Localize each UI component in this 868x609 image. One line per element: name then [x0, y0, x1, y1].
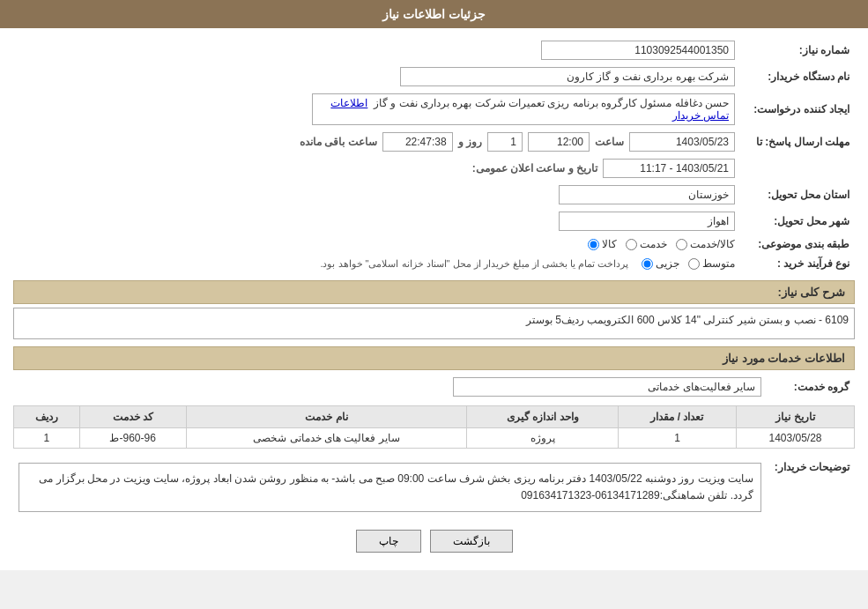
rooz-label: روز و: [458, 136, 482, 148]
tarikhe-rooz: 1: [487, 132, 523, 152]
notes-value: سایت ویزیت روز دوشنبه 1403/05/22 دفتر بر…: [13, 456, 767, 516]
shahr-input: اهواز: [559, 212, 735, 231]
radio-khadamat-label: خدمت: [640, 238, 667, 250]
content-area: شماره نیاز: 1103092544001350 نام دستگاه …: [0, 28, 868, 570]
sharhKolli-display: 6109 - نصب و بستن شیر کنترلی "14 کلاس 60…: [13, 308, 855, 339]
row-tarikheElan: 1403/05/21 - 11:17 تاریخ و ساعت اعلان عم…: [13, 155, 855, 182]
noeFaraind-radio-group: متوسط جزیی: [642, 257, 735, 270]
radio-motaset[interactable]: [688, 258, 700, 270]
info-table: شماره نیاز: 1103092544001350 نام دستگاه …: [13, 37, 855, 273]
table-row: 1403/05/28 1 پروژه سایر فعالیت های خدمات…: [14, 428, 855, 449]
shomareNiaz-label: شماره نیاز:: [740, 37, 855, 63]
khadamat-section-title: اطلاعات خدمات مورد نیاز: [723, 352, 845, 365]
page-header: جزئیات اطلاعات نیاز: [0, 0, 868, 28]
row-namDastgah: نام دستگاه خریدار: شرکت بهره برداری نفت …: [13, 63, 855, 90]
row-ejadKonande: ایجاد کننده درخواست: حسن دغافله مسئول کا…: [13, 90, 855, 129]
noeFaraind-options: متوسط جزیی پرداخت تمام یا بخشی از مبلغ خ…: [13, 254, 740, 273]
radio-kala-khadamat[interactable]: [676, 239, 687, 250]
mohlatErsal-label: مهلت ارسال پاسخ: تا: [740, 129, 855, 155]
responsible-text: حسن دغافله مسئول کارگروه برنامه ریزی تعم…: [374, 97, 729, 109]
groheKhadamat-table: گروه خدمت: سایر فعالیت‌های خدماتی: [13, 374, 855, 400]
notes-box: سایت ویزیت روز دوشنبه 1403/05/22 دفتر بر…: [19, 463, 761, 512]
row-estan: استان محل تحویل: خوزستان: [13, 182, 855, 208]
sharhKolli-section-title: شرح کلی نیاز:: [777, 286, 845, 299]
saat-label: ساعت: [595, 136, 624, 148]
radio-kala[interactable]: [588, 239, 599, 250]
col-kodKhadamat: کد خدمت: [79, 406, 186, 428]
radio-jozi[interactable]: [642, 258, 653, 270]
row-tabaqe: طبقه بندی موضوعی: کالا/خدمت خدمت کالا: [13, 234, 855, 254]
ejadKonande-value: حسن دغافله مسئول کارگروه برنامه ریزی تعم…: [13, 90, 740, 129]
noeFaraind-note: پرداخت تمام یا بخشی از مبلغ خریدار از مح…: [320, 258, 628, 270]
col-vahed: واحد اندازه گیری: [467, 406, 619, 428]
estan-input: خوزستان: [559, 185, 735, 204]
radio-item-khadamat: خدمت: [626, 238, 667, 250]
shahr-value: اهواز: [13, 208, 740, 234]
radio-motaset-label: متوسط: [702, 257, 735, 270]
radio-khadamat[interactable]: [626, 239, 637, 250]
print-button[interactable]: چاپ: [356, 530, 421, 553]
col-namKhadamat: نام خدمت: [186, 406, 467, 428]
cell-namKhadamat: سایر فعالیت های خدماتی شخصی: [186, 428, 467, 449]
row-notes: توضیحات خریدار: سایت ویزیت روز دوشنبه 14…: [13, 456, 855, 516]
tabaqe-label: طبقه بندی موضوعی:: [740, 234, 855, 254]
row-shomareNiaz: شماره نیاز: 1103092544001350: [13, 37, 855, 63]
tarikheElan-row: 1403/05/21 - 11:17 تاریخ و ساعت اعلان عم…: [19, 159, 735, 178]
groheKhadamat-value: سایر فعالیت‌های خدماتی: [13, 374, 767, 400]
sharhKolli-section-header: شرح کلی نیاز:: [13, 280, 855, 304]
row-shahr: شهر محل تحویل: اهواز: [13, 208, 855, 234]
row-mohlatErsal: مهلت ارسال پاسخ: تا 1403/05/23 ساعت 12:0…: [13, 129, 855, 155]
table-header-row: تاریخ نیاز تعداد / مقدار واحد اندازه گیر…: [14, 406, 855, 428]
namDastgah-label: نام دستگاه خریدار:: [740, 63, 855, 90]
ejadKonande-input: حسن دغافله مسئول کارگروه برنامه ریزی تعم…: [312, 93, 735, 125]
tabaqe-radio-group: کالا/خدمت خدمت کالا: [19, 238, 735, 250]
back-button[interactable]: بازگشت: [430, 530, 513, 553]
button-row: بازگشت چاپ: [13, 521, 855, 561]
radio-item-jozi: جزیی: [642, 257, 679, 270]
tabaqe-options: کالا/خدمت خدمت کالا: [13, 234, 740, 254]
tarikheElan-value: 1403/05/21 - 11:17 تاریخ و ساعت اعلان عم…: [13, 155, 740, 182]
col-tarikh: تاریخ نیاز: [736, 406, 854, 428]
cell-tedad: 1: [619, 428, 737, 449]
tarikhe-date: 1403/05/23: [629, 132, 735, 152]
row-noeFaraind: نوع فرآیند خرید : متوسط جزیی: [13, 254, 855, 273]
estan-value: خوزستان: [13, 182, 740, 208]
data-table: تاریخ نیاز تعداد / مقدار واحد اندازه گیر…: [13, 405, 855, 449]
radio-kala-label: کالا: [602, 238, 617, 250]
khadamat-section-header: اطلاعات خدمات مورد نیاز: [13, 346, 855, 370]
shahr-label: شهر محل تحویل:: [740, 208, 855, 234]
tarikhe-saat: 12:00: [528, 132, 590, 152]
cell-tarikh: 1403/05/28: [736, 428, 854, 449]
date-row: 1403/05/23 ساعت 12:00 1 روز و 22:47:38 س…: [19, 132, 735, 152]
row-groheKhadamat: گروه خدمت: سایر فعالیت‌های خدماتی: [13, 374, 855, 400]
cell-radif: 1: [14, 428, 80, 449]
notes-table: توضیحات خریدار: سایت ویزیت روز دوشنبه 14…: [13, 456, 855, 516]
groheKhadamat-input: سایر فعالیت‌های خدماتی: [453, 377, 761, 397]
estan-label: استان محل تحویل:: [740, 182, 855, 208]
ejadKonande-label: ایجاد کننده درخواست:: [740, 90, 855, 129]
page-container: جزئیات اطلاعات نیاز شماره نیاز: 11030925…: [0, 0, 868, 570]
cell-vahed: پروژه: [467, 428, 619, 449]
baqi-label: ساعت باقی مانده: [300, 136, 377, 148]
radio-item-motaset: متوسط: [688, 257, 735, 270]
namDastgah-value: شرکت بهره برداری نفت و گاز کارون: [13, 63, 740, 90]
notes-label: توضیحات خریدار:: [767, 456, 855, 516]
tarikhe-baqi: 22:47:38: [382, 132, 453, 152]
shomareNiaz-value: 1103092544001350: [81, 37, 740, 63]
namDastgah-input: شرکت بهره برداری نفت و گاز کارون: [400, 67, 735, 86]
tarikheElan-input: 1403/05/21 - 11:17: [603, 159, 735, 178]
radio-item-kala: کالا: [588, 238, 617, 250]
radio-kala-khadamat-label: کالا/خدمت: [690, 238, 735, 250]
page-title: جزئیات اطلاعات نیاز: [382, 7, 486, 21]
mohlatErsal-value: 1403/05/23 ساعت 12:00 1 روز و 22:47:38 س…: [13, 129, 740, 155]
groheKhadamat-label: گروه خدمت:: [767, 374, 855, 400]
radio-item-kala-khadamat: کالا/خدمت: [676, 238, 735, 250]
shomareNiaz-input: 1103092544001350: [541, 41, 735, 60]
tarikheElan-label: تاریخ و ساعت اعلان عمومی:: [472, 162, 597, 175]
noeFaraind-row: متوسط جزیی پرداخت تمام یا بخشی از مبلغ خ…: [19, 257, 735, 270]
col-tedad: تعداد / مقدار: [619, 406, 737, 428]
noeFaraind-label: نوع فرآیند خرید :: [740, 254, 855, 273]
col-radif: ردیف: [14, 406, 80, 428]
cell-kodKhadamat: 960-96-ط: [79, 428, 186, 449]
radio-jozi-label: جزیی: [656, 257, 679, 270]
